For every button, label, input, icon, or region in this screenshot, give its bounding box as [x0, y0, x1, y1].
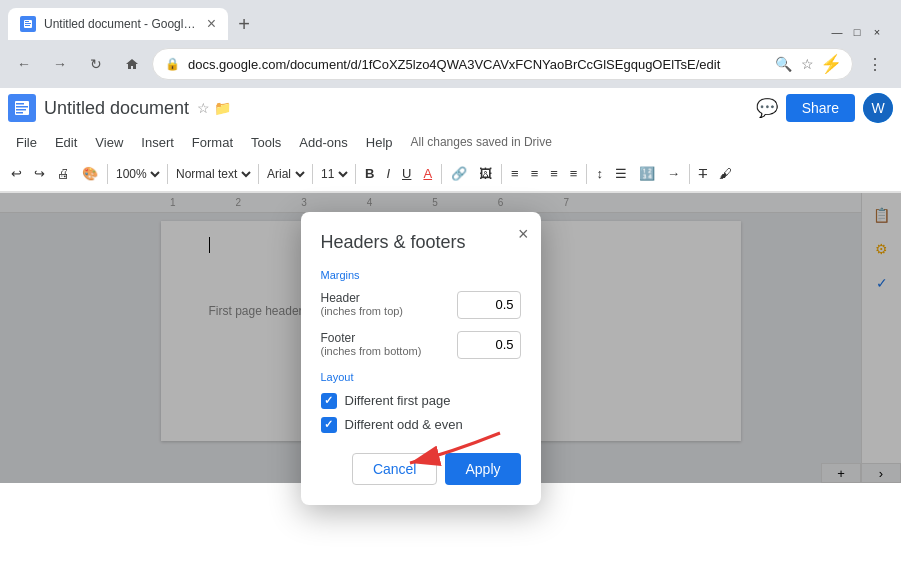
browser-chrome: Untitled document - Google Doc × + — □ ×… — [0, 0, 901, 88]
new-tab-button[interactable]: + — [228, 8, 260, 40]
modal-actions: Cancel Apply — [321, 453, 521, 485]
menu-addons[interactable]: Add-ons — [291, 132, 355, 153]
menu-tools[interactable]: Tools — [243, 132, 289, 153]
header-sublabel: (inches from top) — [321, 305, 404, 317]
menu-insert[interactable]: Insert — [133, 132, 182, 153]
star-icon[interactable]: ☆ — [197, 100, 210, 116]
address-text: docs.google.com/document/d/1fCoXZ5lzo4QW… — [188, 57, 766, 72]
window-controls: — □ × — [821, 24, 893, 40]
comments-button[interactable]: 💬 — [756, 97, 778, 119]
align-right-button[interactable]: ≡ — [545, 163, 563, 184]
doc-title-icons: ☆ 📁 — [197, 100, 231, 116]
menu-view[interactable]: View — [87, 132, 131, 153]
menu-format[interactable]: Format — [184, 132, 241, 153]
color-button[interactable]: A — [418, 163, 437, 184]
apply-button[interactable]: Apply — [445, 453, 520, 485]
app-title-row: Untitled document ☆ 📁 💬 Share W — [0, 88, 901, 128]
header-field-label: Header (inches from top) — [321, 291, 404, 317]
modal-overlay: Headers & footers × Margins Header (inch… — [0, 193, 901, 483]
line-spacing-button[interactable]: ↕ — [591, 163, 608, 184]
size-select[interactable]: 11 — [317, 166, 351, 182]
menu-file[interactable]: File — [8, 132, 45, 153]
zoom-select[interactable]: 100% — [112, 166, 163, 182]
more-menu-button[interactable]: ⋮ — [861, 50, 889, 78]
list-button[interactable]: ☰ — [610, 163, 632, 184]
tab-bar: Untitled document - Google Doc × + — □ × — [0, 0, 901, 40]
tab-title-text: Untitled document - Google Doc — [44, 17, 199, 31]
different-odd-even-row: ✓ Different odd & even — [321, 417, 521, 433]
svg-text:W: W — [871, 100, 885, 116]
header-label: Header — [321, 291, 404, 305]
style-select[interactable]: Normal text — [172, 166, 254, 182]
profile-avatar[interactable]: W — [863, 93, 893, 123]
svg-rect-10 — [16, 112, 23, 114]
toolbar-divider-3 — [258, 164, 259, 184]
close-button[interactable]: × — [869, 24, 885, 40]
svg-rect-9 — [16, 109, 26, 111]
toolbar-divider-9 — [689, 164, 690, 184]
checkbox-check-2: ✓ — [324, 418, 333, 431]
toolbar-divider-1 — [107, 164, 108, 184]
font-select[interactable]: Arial — [263, 166, 308, 182]
search-icon[interactable]: 🔍 — [774, 55, 792, 73]
redo-button[interactable]: ↪ — [29, 163, 50, 184]
checkbox-check-1: ✓ — [324, 394, 333, 407]
footer-field-row: Footer (inches from bottom) 0.5 — [321, 331, 521, 359]
print-button[interactable]: 🖨 — [52, 163, 75, 184]
address-bar[interactable]: 🔒 docs.google.com/document/d/1fCoXZ5lzo4… — [152, 48, 853, 80]
bookmark-icon[interactable]: ☆ — [798, 55, 816, 73]
svg-rect-2 — [25, 21, 29, 22]
forward-button[interactable]: → — [44, 48, 76, 80]
underline-button[interactable]: U — [397, 163, 416, 184]
different-first-page-row: ✓ Different first page — [321, 393, 521, 409]
layout-section: Layout ✓ Different first page ✓ Differen… — [321, 371, 521, 433]
address-bar-row: ← → ↻ 🔒 docs.google.com/document/d/1fCoX… — [0, 40, 901, 88]
cancel-button[interactable]: Cancel — [352, 453, 438, 485]
paint-format-button[interactable]: 🎨 — [77, 163, 103, 184]
header-value-input[interactable]: 0.5 — [457, 291, 521, 319]
svg-rect-3 — [25, 23, 31, 24]
margins-section-label: Margins — [321, 269, 521, 281]
align-left-button[interactable]: ≡ — [506, 163, 524, 184]
doc-icon — [8, 94, 36, 122]
italic-button[interactable]: I — [381, 163, 395, 184]
browser-right-buttons: ⋮ — [857, 50, 893, 78]
numbered-list-button[interactable]: 🔢 — [634, 163, 660, 184]
doc-area: 1 2 3 4 5 6 7 First page header 📋 ⚙ ✓ + … — [0, 193, 901, 483]
different-odd-even-checkbox[interactable]: ✓ — [321, 417, 337, 433]
svg-rect-4 — [25, 25, 30, 26]
maximize-button[interactable]: □ — [849, 24, 865, 40]
share-button[interactable]: Share — [786, 94, 855, 122]
indent-button[interactable]: → — [662, 163, 685, 184]
align-center-button[interactable]: ≡ — [526, 163, 544, 184]
svg-rect-8 — [16, 106, 28, 108]
doc-title[interactable]: Untitled document — [44, 98, 189, 119]
tab-close-icon[interactable]: × — [207, 16, 216, 32]
footer-value-input[interactable]: 0.5 — [457, 331, 521, 359]
menu-bar: File Edit View Insert Format Tools Add-o… — [0, 128, 901, 156]
browser-tab[interactable]: Untitled document - Google Doc × — [8, 8, 228, 40]
paint-color-button[interactable]: 🖌 — [714, 163, 737, 184]
minimize-button[interactable]: — — [829, 24, 845, 40]
menu-edit[interactable]: Edit — [47, 132, 85, 153]
undo-button[interactable]: ↩ — [6, 163, 27, 184]
clear-format-button[interactable]: T̶ — [694, 163, 712, 184]
format-toolbar: ↩ ↪ 🖨 🎨 100% Normal text Arial 11 B I U … — [0, 156, 901, 192]
bold-button[interactable]: B — [360, 163, 379, 184]
link-button[interactable]: 🔗 — [446, 163, 472, 184]
image-button[interactable]: 🖼 — [474, 163, 497, 184]
save-status: All changes saved in Drive — [411, 135, 552, 149]
back-button[interactable]: ← — [8, 48, 40, 80]
different-odd-even-label: Different odd & even — [345, 417, 463, 432]
menu-help[interactable]: Help — [358, 132, 401, 153]
justify-button[interactable]: ≡ — [565, 163, 583, 184]
refresh-button[interactable]: ↻ — [80, 48, 112, 80]
footer-sublabel: (inches from bottom) — [321, 345, 422, 357]
different-first-page-checkbox[interactable]: ✓ — [321, 393, 337, 409]
toolbar-divider-5 — [355, 164, 356, 184]
toolbar-divider-6 — [441, 164, 442, 184]
folder-icon[interactable]: 📁 — [214, 100, 231, 116]
home-button[interactable] — [116, 48, 148, 80]
modal-close-button[interactable]: × — [518, 224, 529, 245]
toolbar-divider-7 — [501, 164, 502, 184]
